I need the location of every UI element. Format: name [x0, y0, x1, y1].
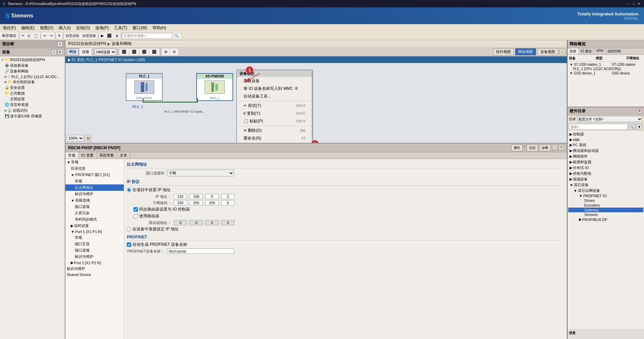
ctx-rename[interactable]: 重命名(N) F2: [237, 134, 312, 142]
hw-cat-profinet-io[interactable]: ▼PROFINET IO: [568, 193, 643, 198]
diagram-canvas[interactable]: PLC_1 CPU 1212C PLC_1: [65, 63, 567, 143]
menu-options[interactable]: 选项(P): [93, 24, 111, 32]
pt-iface-opts[interactable]: 接口选项: [65, 204, 124, 210]
pt-advanced[interactable]: ▼高级选项: [65, 197, 124, 204]
copy-button[interactable]: ⎘: [26, 33, 32, 39]
nb-tab-connect[interactable]: 连接: [568, 48, 579, 54]
auto-gen-check[interactable]: [127, 242, 131, 247]
hw-cat-detect[interactable]: ▶检测和监视: [568, 159, 643, 165]
nb-row-3[interactable]: ▼ GSD device_1 GSD device: [569, 71, 643, 75]
subnet-field-3[interactable]: [205, 200, 219, 206]
pt-eth-address[interactable]: 以太网地址: [65, 184, 124, 191]
tree-common-data[interactable]: 📁 公共数据: [1, 91, 64, 96]
maximize-button[interactable]: □: [631, 1, 636, 6]
nb-tab-vpn[interactable]: VPN: [594, 48, 605, 54]
prop-tab-io-vars[interactable]: IO 变量: [78, 152, 97, 159]
hw-cat-gateway[interactable]: Gateway: [568, 208, 643, 212]
plc-link-label[interactable]: PLC_1: [132, 105, 143, 109]
tree-root-item[interactable]: ▼ 📁 RS232自由协议转PN: [1, 57, 64, 63]
prop-close-btn[interactable]: ✕: [559, 145, 564, 150]
ip-field-1[interactable]: [174, 194, 187, 199]
prop-tab-sys-const[interactable]: 系统常数: [97, 152, 117, 159]
prop-attr-btn[interactable]: 属性: [511, 145, 523, 151]
hw-cat-profibus[interactable]: ▶PROFIBUS DP: [568, 217, 643, 222]
hw-cat-field[interactable]: ▶现场设备: [568, 176, 643, 182]
hw-search-input[interactable]: [569, 124, 628, 130]
ctx-reconfig[interactable]: 重改设备: [237, 77, 312, 85]
device-view-btn[interactable]: 设备视图: [537, 48, 558, 55]
net-btn-3[interactable]: ⬛: [140, 49, 149, 55]
tree-online-access[interactable]: ▶ 📡 在线访问: [1, 108, 64, 113]
subnet-field-4[interactable]: [221, 200, 234, 206]
stop-button[interactable]: ⬛: [105, 33, 113, 39]
ctx-paste[interactable]: 📋 粘贴(P) Ctrl+V: [237, 117, 312, 125]
pt-id-maint[interactable]: 标识与维护: [65, 191, 124, 197]
prop-tab-text[interactable]: 文本: [117, 152, 130, 159]
subnet-field-1[interactable]: [174, 200, 187, 206]
prop-diag-btn[interactable]: 诊断: [539, 145, 551, 151]
hmi-select[interactable]: HMI连接: [95, 49, 116, 55]
net-btn-4[interactable]: ⬛: [150, 49, 159, 55]
pt-media-redundancy[interactable]: 介质冗余: [65, 210, 124, 216]
ip-field-2[interactable]: [190, 194, 203, 199]
ctx-copy[interactable]: ⎘ 复制(Y) Ctrl+C: [237, 110, 312, 117]
pt-general-sub[interactable]: 常规: [65, 178, 124, 184]
ctx-delete[interactable]: ✕ 删除(D) Del: [237, 127, 312, 134]
ctx-auto-tool[interactable]: 自动设备工具...: [237, 93, 312, 100]
ip-field-4[interactable]: [221, 194, 234, 199]
hw-cat-pc[interactable]: ▶PC 系统: [568, 142, 643, 148]
hw-cat-network[interactable]: ▶网络组件: [568, 154, 643, 159]
network-view-btn[interactable]: 网络: [67, 48, 79, 55]
pt-port1-id[interactable]: 标识与维护: [65, 253, 124, 260]
hw-cat-hmi[interactable]: ▶HMI: [568, 137, 643, 142]
hw-cat-encoders[interactable]: Encoders: [568, 203, 643, 208]
hw-cat-other-network[interactable]: ▼其它以网设备: [568, 188, 643, 193]
menu-insert[interactable]: 插入(I): [56, 24, 73, 32]
ip-radio-project[interactable]: [127, 188, 131, 192]
search-project-input[interactable]: [122, 33, 172, 39]
save-button[interactable]: 保存项目: [0, 33, 18, 39]
tree-security[interactable]: 🔒 安全设置: [1, 85, 64, 91]
zoom-out-btn[interactable]: ⊖: [170, 49, 178, 55]
minimize-button[interactable]: ─: [626, 1, 631, 6]
tree-collapse-btn[interactable]: «: [57, 42, 63, 47]
ctx-write-mmc[interactable]: 将 IO 设备名称写入到 MMC 卡: [237, 85, 312, 93]
search-btn[interactable]: 🔍: [172, 33, 180, 39]
router-field-4[interactable]: [221, 220, 234, 225]
prop-expand-btn[interactable]: □: [552, 145, 557, 150]
close-button[interactable]: ✕: [637, 1, 641, 6]
menu-help[interactable]: 帮助(H): [150, 24, 169, 32]
tree-ungrouped[interactable]: ▶ 📁 未分组的设备: [1, 79, 64, 85]
hw-search-opts[interactable]: ▼: [636, 124, 643, 130]
prop-tab-general[interactable]: 常规: [65, 152, 78, 159]
router-field-1[interactable]: [174, 220, 187, 225]
menu-tools[interactable]: 工具(T): [111, 24, 130, 32]
go-online-btn[interactable]: 转至在线: [64, 33, 81, 39]
hw-cat-controllers[interactable]: ▶控制器: [568, 131, 643, 137]
paste-button[interactable]: 📋: [32, 33, 40, 39]
gateway-opt1-check[interactable]: [133, 207, 138, 212]
tree-add-device[interactable]: ➕ 添加新设备: [1, 63, 64, 68]
hw-cat-other[interactable]: ▼其它设备: [568, 182, 643, 188]
menu-project[interactable]: 项目(F): [0, 24, 18, 32]
subnet-field-2[interactable]: [190, 200, 203, 206]
topology-view-btn[interactable]: 拓扑视图: [493, 48, 514, 55]
zoom-fit-btn[interactable]: ⊡: [85, 135, 91, 142]
hw-pin-btn[interactable]: 📌: [637, 109, 642, 114]
connect-view-btn[interactable]: 连接: [79, 48, 92, 55]
network-view-tab-btn[interactable]: 网络视图: [515, 48, 536, 55]
nb-tab-io[interactable]: IO 通信: [579, 48, 594, 54]
pt-port2[interactable]: ▶Port 2 [X1 P2 R]: [65, 260, 124, 266]
pt-port1[interactable]: ▼Port 1 [X1 P1 R]: [65, 229, 124, 234]
tree-plc1[interactable]: ▶ ⚙ PLC_1 [CPU 1212C AC/DC...: [1, 74, 64, 79]
nb-row-1[interactable]: ▼ S7-1200 station_1 S7-1200 station: [569, 62, 643, 67]
undo-button[interactable]: ↩: [42, 33, 48, 39]
hw-cat-drives[interactable]: ▶驱动器和起动器: [568, 148, 643, 154]
pt-port1-opts[interactable]: 端口选项: [65, 247, 124, 253]
net-btn-1[interactable]: ⬛: [119, 49, 129, 55]
zoom-in-btn[interactable]: ⊕: [162, 49, 170, 55]
gateway-opt2-check[interactable]: [133, 214, 138, 218]
menu-view[interactable]: 视图(V): [37, 24, 56, 32]
router-field-3[interactable]: [205, 220, 219, 225]
router-field-2[interactable]: [190, 220, 203, 225]
